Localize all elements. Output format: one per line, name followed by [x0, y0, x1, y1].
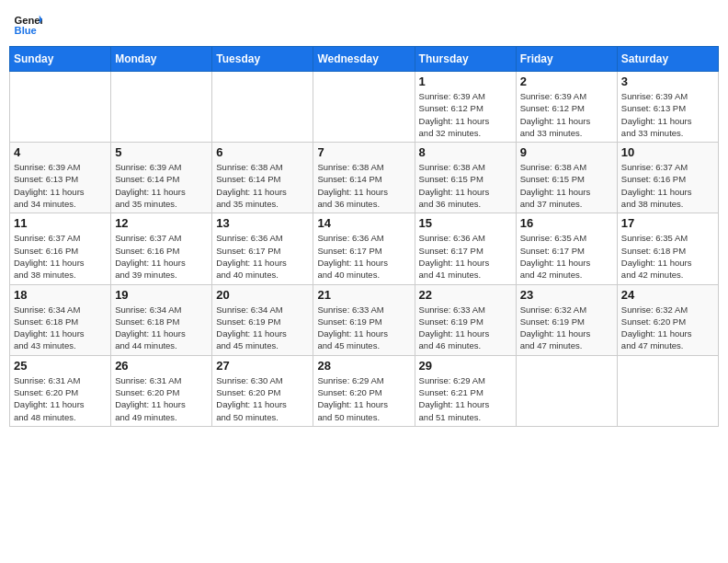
svg-text:General: General — [15, 15, 42, 26]
day-info: Sunrise: 6:36 AM Sunset: 6:17 PM Dayligh… — [317, 232, 410, 281]
table-row: 19Sunrise: 6:34 AM Sunset: 6:18 PM Dayli… — [111, 284, 212, 355]
day-number: 1 — [419, 75, 512, 88]
day-info: Sunrise: 6:34 AM Sunset: 6:19 PM Dayligh… — [216, 304, 309, 352]
day-number: 11 — [14, 216, 107, 230]
day-info: Sunrise: 6:36 AM Sunset: 6:17 PM Dayligh… — [216, 232, 309, 281]
table-row: 7Sunrise: 6:38 AM Sunset: 6:14 PM Daylig… — [313, 143, 415, 213]
page-header: General Blue — [9, 9, 719, 39]
day-info: Sunrise: 6:39 AM Sunset: 6:12 PM Dayligh… — [419, 90, 512, 139]
calendar-week-row: 18Sunrise: 6:34 AM Sunset: 6:18 PM Dayli… — [10, 284, 719, 355]
day-number: 29 — [419, 359, 512, 373]
day-info: Sunrise: 6:38 AM Sunset: 6:15 PM Dayligh… — [419, 161, 512, 210]
day-number: 10 — [621, 145, 714, 159]
day-number: 3 — [621, 75, 714, 88]
table-row — [111, 72, 212, 143]
day-number: 21 — [317, 288, 410, 302]
day-number: 23 — [520, 288, 613, 302]
day-number: 24 — [621, 288, 714, 302]
day-info: Sunrise: 6:38 AM Sunset: 6:15 PM Dayligh… — [520, 161, 613, 210]
table-row: 5Sunrise: 6:39 AM Sunset: 6:14 PM Daylig… — [111, 143, 212, 213]
day-number: 20 — [216, 288, 309, 302]
table-row: 3Sunrise: 6:39 AM Sunset: 6:13 PM Daylig… — [617, 72, 718, 143]
day-number: 6 — [216, 145, 309, 159]
table-row: 1Sunrise: 6:39 AM Sunset: 6:12 PM Daylig… — [415, 72, 516, 143]
table-row — [516, 355, 617, 426]
day-number: 22 — [419, 288, 512, 302]
table-row — [617, 355, 718, 426]
calendar-week-row: 11Sunrise: 6:37 AM Sunset: 6:16 PM Dayli… — [10, 213, 719, 284]
day-number: 4 — [14, 145, 107, 159]
header-row: Sunday Monday Tuesday Wednesday Thursday… — [10, 47, 719, 72]
day-info: Sunrise: 6:33 AM Sunset: 6:19 PM Dayligh… — [317, 304, 410, 352]
table-row — [313, 72, 415, 143]
day-info: Sunrise: 6:39 AM Sunset: 6:12 PM Dayligh… — [520, 90, 613, 139]
day-number: 17 — [621, 216, 714, 230]
day-number: 28 — [317, 359, 410, 373]
table-row: 26Sunrise: 6:31 AM Sunset: 6:20 PM Dayli… — [111, 355, 212, 426]
col-tuesday: Tuesday — [212, 47, 313, 72]
day-info: Sunrise: 6:29 AM Sunset: 6:20 PM Dayligh… — [317, 374, 410, 423]
col-wednesday: Wednesday — [313, 47, 415, 72]
day-number: 9 — [520, 145, 613, 159]
table-row: 25Sunrise: 6:31 AM Sunset: 6:20 PM Dayli… — [10, 355, 111, 426]
table-row: 17Sunrise: 6:35 AM Sunset: 6:18 PM Dayli… — [617, 213, 718, 284]
day-number: 5 — [115, 145, 208, 159]
col-friday: Friday — [516, 47, 617, 72]
col-thursday: Thursday — [415, 47, 516, 72]
col-sunday: Sunday — [10, 47, 111, 72]
day-info: Sunrise: 6:39 AM Sunset: 6:13 PM Dayligh… — [621, 90, 714, 139]
table-row: 28Sunrise: 6:29 AM Sunset: 6:20 PM Dayli… — [313, 355, 415, 426]
calendar-body: 1Sunrise: 6:39 AM Sunset: 6:12 PM Daylig… — [10, 72, 719, 427]
day-info: Sunrise: 6:33 AM Sunset: 6:19 PM Dayligh… — [419, 304, 512, 352]
day-number: 19 — [115, 288, 208, 302]
svg-text:Blue: Blue — [15, 25, 37, 36]
day-info: Sunrise: 6:29 AM Sunset: 6:21 PM Dayligh… — [419, 374, 512, 423]
table-row: 27Sunrise: 6:30 AM Sunset: 6:20 PM Dayli… — [212, 355, 313, 426]
day-number: 12 — [115, 216, 208, 230]
table-row: 11Sunrise: 6:37 AM Sunset: 6:16 PM Dayli… — [10, 213, 111, 284]
table-row — [212, 72, 313, 143]
logo: General Blue — [13, 9, 46, 39]
day-info: Sunrise: 6:32 AM Sunset: 6:20 PM Dayligh… — [621, 304, 714, 352]
day-number: 16 — [520, 216, 613, 230]
table-row: 14Sunrise: 6:36 AM Sunset: 6:17 PM Dayli… — [313, 213, 415, 284]
table-row: 13Sunrise: 6:36 AM Sunset: 6:17 PM Dayli… — [212, 213, 313, 284]
table-row: 16Sunrise: 6:35 AM Sunset: 6:17 PM Dayli… — [516, 213, 617, 284]
day-info: Sunrise: 6:32 AM Sunset: 6:19 PM Dayligh… — [520, 304, 613, 352]
day-number: 27 — [216, 359, 309, 373]
calendar-week-row: 4Sunrise: 6:39 AM Sunset: 6:13 PM Daylig… — [10, 143, 719, 213]
day-number: 15 — [419, 216, 512, 230]
day-info: Sunrise: 6:34 AM Sunset: 6:18 PM Dayligh… — [14, 304, 107, 352]
col-saturday: Saturday — [617, 47, 718, 72]
table-row: 20Sunrise: 6:34 AM Sunset: 6:19 PM Dayli… — [212, 284, 313, 355]
table-row — [10, 72, 111, 143]
day-number: 8 — [419, 145, 512, 159]
day-info: Sunrise: 6:31 AM Sunset: 6:20 PM Dayligh… — [115, 374, 208, 423]
day-number: 13 — [216, 216, 309, 230]
day-info: Sunrise: 6:30 AM Sunset: 6:20 PM Dayligh… — [216, 374, 309, 423]
day-info: Sunrise: 6:37 AM Sunset: 6:16 PM Dayligh… — [115, 232, 208, 281]
day-info: Sunrise: 6:31 AM Sunset: 6:20 PM Dayligh… — [14, 374, 107, 423]
table-row: 29Sunrise: 6:29 AM Sunset: 6:21 PM Dayli… — [415, 355, 516, 426]
table-row: 21Sunrise: 6:33 AM Sunset: 6:19 PM Dayli… — [313, 284, 415, 355]
table-row: 6Sunrise: 6:38 AM Sunset: 6:14 PM Daylig… — [212, 143, 313, 213]
day-number: 25 — [14, 359, 107, 373]
calendar-table: Sunday Monday Tuesday Wednesday Thursday… — [9, 46, 719, 427]
table-row: 12Sunrise: 6:37 AM Sunset: 6:16 PM Dayli… — [111, 213, 212, 284]
day-number: 2 — [520, 75, 613, 88]
day-number: 14 — [317, 216, 410, 230]
day-info: Sunrise: 6:36 AM Sunset: 6:17 PM Dayligh… — [419, 232, 512, 281]
table-row: 23Sunrise: 6:32 AM Sunset: 6:19 PM Dayli… — [516, 284, 617, 355]
day-info: Sunrise: 6:35 AM Sunset: 6:17 PM Dayligh… — [520, 232, 613, 281]
table-row: 2Sunrise: 6:39 AM Sunset: 6:12 PM Daylig… — [516, 72, 617, 143]
day-number: 7 — [317, 145, 410, 159]
calendar-week-row: 25Sunrise: 6:31 AM Sunset: 6:20 PM Dayli… — [10, 355, 719, 426]
table-row: 24Sunrise: 6:32 AM Sunset: 6:20 PM Dayli… — [617, 284, 718, 355]
calendar-header: Sunday Monday Tuesday Wednesday Thursday… — [10, 47, 719, 72]
col-monday: Monday — [111, 47, 212, 72]
day-info: Sunrise: 6:35 AM Sunset: 6:18 PM Dayligh… — [621, 232, 714, 281]
logo-icon: General Blue — [13, 9, 42, 39]
table-row: 18Sunrise: 6:34 AM Sunset: 6:18 PM Dayli… — [10, 284, 111, 355]
calendar-week-row: 1Sunrise: 6:39 AM Sunset: 6:12 PM Daylig… — [10, 72, 719, 143]
table-row: 9Sunrise: 6:38 AM Sunset: 6:15 PM Daylig… — [516, 143, 617, 213]
